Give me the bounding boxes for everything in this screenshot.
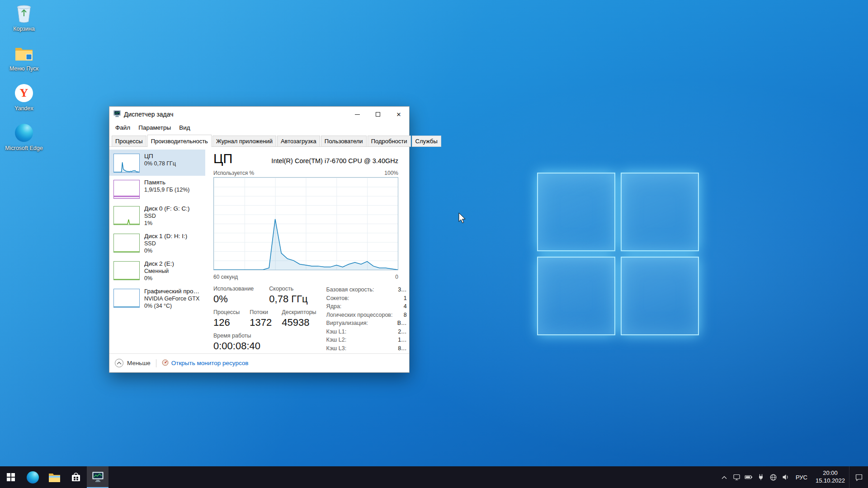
- maximize-icon: [376, 112, 380, 117]
- menu-bar: Файл Параметры Вид: [109, 122, 409, 133]
- sidebar-item-disk1[interactable]: Диск 1 (D: H: I:) SSD 0%: [109, 230, 205, 257]
- spec-value: 1: [404, 294, 407, 303]
- spec-label: Логических процессоров:: [326, 311, 393, 319]
- spec-value: 4: [404, 302, 407, 311]
- tab-users[interactable]: Пользователи: [321, 136, 367, 147]
- stat-value: 0:00:08:40: [213, 340, 260, 352]
- cpu-model: Intel(R) Core(TM) i7-6700 CPU @ 3.40GHz: [271, 157, 398, 164]
- title-bar[interactable]: Диспетчер задач ✕: [109, 107, 409, 122]
- desktop-icon-label: Yandex: [14, 105, 33, 112]
- action-center-button[interactable]: [849, 466, 868, 488]
- sidebar-item-gpu[interactable]: Графический про… NVIDIA GeForce GTX 106 …: [109, 285, 205, 312]
- edge-icon: [27, 471, 39, 483]
- maximize-button[interactable]: [368, 107, 388, 122]
- close-icon: ✕: [396, 111, 401, 118]
- power-plug-icon: [757, 474, 764, 481]
- menu-view[interactable]: Вид: [175, 123, 194, 132]
- windows-logo-pane: [537, 257, 615, 335]
- display-icon: [733, 474, 741, 481]
- chevron-up-icon: [115, 359, 123, 367]
- menu-file[interactable]: Файл: [111, 123, 134, 132]
- sidebar-item-name: Диск 0 (F: G: C:): [144, 205, 190, 212]
- gpu-mini-graph-icon: [113, 289, 140, 308]
- stat-label: Дескрипторы: [282, 309, 316, 315]
- sidebar-item-detail: 1%: [144, 220, 190, 226]
- desktop-icon-start-menu[interactable]: Меню Пуск: [5, 43, 43, 72]
- fewer-details-label: Меньше: [127, 360, 151, 366]
- resource-monitor-label: Открыть монитор ресурсов: [171, 360, 249, 366]
- tab-services[interactable]: Службы: [412, 136, 441, 147]
- tab-details[interactable]: Подробности: [368, 136, 411, 147]
- windows-start-icon: [7, 473, 15, 481]
- taskbar-edge-button[interactable]: [22, 466, 43, 488]
- network-icon: [769, 474, 777, 481]
- sidebar-item-name: Графический про…: [144, 288, 201, 295]
- sidebar-item-detail: 0%: [144, 275, 174, 282]
- minimize-icon: [355, 114, 360, 115]
- chart-usage-label: Используется %: [213, 170, 254, 176]
- sidebar-item-memory[interactable]: Память 1,9/15,9 ГБ (12%): [109, 176, 205, 202]
- start-button[interactable]: [0, 466, 22, 488]
- tab-startup[interactable]: Автозагрузка: [277, 136, 320, 147]
- taskbar-task-manager-button[interactable]: [87, 466, 108, 488]
- spec-value: 8: [404, 311, 407, 319]
- stat-value: 0%: [213, 293, 254, 305]
- cpu-mini-graph-icon: [113, 154, 140, 173]
- tab-performance[interactable]: Производительность: [147, 135, 212, 147]
- minimize-button[interactable]: [347, 107, 368, 122]
- menu-options[interactable]: Параметры: [134, 123, 175, 132]
- close-button[interactable]: ✕: [388, 107, 409, 122]
- mouse-cursor: [458, 212, 467, 225]
- fewer-details-button[interactable]: Меньше: [115, 359, 151, 367]
- windows-logo-pane: [621, 257, 699, 335]
- spec-row: Логических процессоров:8: [326, 311, 407, 319]
- display-tray-button[interactable]: [731, 466, 743, 488]
- disk-mini-graph-icon: [113, 261, 140, 280]
- clock[interactable]: 20:00 15.10.2022: [811, 466, 849, 488]
- spec-label: Виртуализация:: [326, 319, 368, 328]
- spec-row: Сокетов:1: [326, 294, 407, 303]
- sidebar-item-detail: SSD: [144, 240, 187, 247]
- stat-value: 45938: [282, 317, 316, 328]
- sidebar-item-disk2[interactable]: Диск 2 (E:) Сменный 0%: [109, 257, 205, 285]
- language-indicator[interactable]: РУС: [792, 466, 811, 488]
- desktop-icon-edge[interactable]: Microsoft Edge: [5, 123, 43, 152]
- spec-label: Сокетов:: [326, 294, 349, 303]
- desktop-icon-yandex[interactable]: Y Yandex: [5, 83, 43, 112]
- open-resource-monitor-link[interactable]: Открыть монитор ресурсов: [162, 359, 249, 367]
- spec-value: 1…: [398, 336, 406, 344]
- network-tray-button[interactable]: [767, 466, 779, 488]
- volume-tray-button[interactable]: [779, 466, 792, 488]
- microsoft-store-icon: [70, 471, 82, 483]
- cpu-usage-chart: [213, 177, 398, 270]
- desktop-icon-label: Меню Пуск: [9, 66, 38, 72]
- sidebar-item-cpu[interactable]: ЦП 0% 0,78 ГГц: [109, 150, 205, 176]
- sidebar-item-detail: 0% 0,78 ГГц: [144, 160, 176, 167]
- chart-max-label: 100%: [384, 170, 398, 176]
- task-manager-window: Диспетчер задач ✕ Файл Параметры Вид Про…: [109, 106, 410, 373]
- stat-processes: Процессы 126: [213, 309, 240, 328]
- volume-icon: [782, 474, 789, 481]
- yandex-browser-icon: Y: [14, 83, 34, 103]
- stat-speed: Скорость 0,78 ГГц: [269, 286, 307, 305]
- tab-app-history[interactable]: Журнал приложений: [212, 136, 276, 147]
- stat-label: Использование: [213, 286, 254, 292]
- spec-label: Кэш L3:: [326, 344, 347, 353]
- file-explorer-icon: [48, 472, 61, 483]
- power-plug-tray-button[interactable]: [755, 466, 767, 488]
- desktop-icon-recycle-bin[interactable]: Корзина: [5, 4, 43, 33]
- hidden-icons-button[interactable]: [718, 466, 731, 488]
- taskbar-file-explorer-button[interactable]: [43, 466, 65, 488]
- taskbar-store-button[interactable]: [65, 466, 87, 488]
- tab-processes[interactable]: Процессы: [112, 136, 146, 147]
- sidebar-item-disk0[interactable]: Диск 0 (F: G: C:) SSD 1%: [109, 202, 205, 230]
- sidebar-item-name: Память: [144, 179, 189, 186]
- sidebar-item-detail: 1,9/15,9 ГБ (12%): [144, 187, 189, 193]
- spec-row: Виртуализация:В…: [326, 319, 407, 328]
- battery-tray-button[interactable]: [743, 466, 755, 488]
- stat-label: Потоки: [250, 309, 272, 315]
- performance-sidebar: ЦП 0% 0,78 ГГц Память 1,9/15,9 Г: [109, 147, 205, 353]
- chart-timespan-label: 60 секунд: [213, 274, 238, 280]
- spec-row: Кэш L3:8…: [326, 344, 407, 353]
- cpu-specs: Базовая скорость:3… Сокетов:1 Ядра:4 Лог…: [326, 286, 407, 356]
